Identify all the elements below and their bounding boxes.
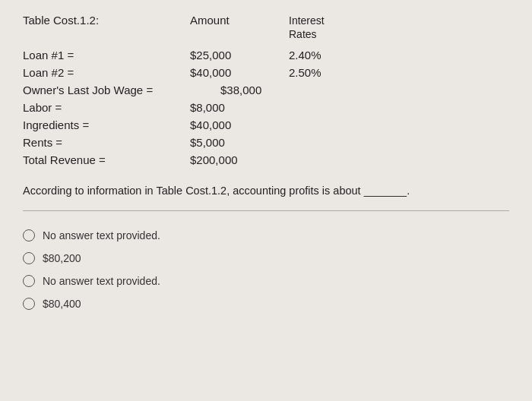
page: Table Cost.1.2: Amount Interest Rates Lo… bbox=[0, 0, 532, 401]
table-row: Total Revenue = $200,000 bbox=[23, 153, 509, 166]
answer-option-2[interactable]: $80,200 bbox=[23, 251, 509, 266]
row-amount: $40,000 bbox=[190, 118, 289, 131]
radio-1[interactable] bbox=[23, 229, 35, 242]
table-row: Owner's Last Job Wage = $38,000 bbox=[23, 84, 509, 96]
radio-2[interactable] bbox=[23, 252, 35, 264]
table-header-row: Table Cost.1.2: Amount Interest Rates bbox=[23, 14, 509, 41]
row-rate: 2.40% bbox=[289, 49, 380, 62]
option-label-2: $80,200 bbox=[43, 252, 81, 264]
amount-header: Amount bbox=[190, 14, 289, 27]
table-section: Table Cost.1.2: Amount Interest Rates Lo… bbox=[23, 14, 509, 171]
table-row: Labor = $8,000 bbox=[23, 101, 509, 114]
answer-option-4[interactable]: $80,400 bbox=[23, 296, 509, 311]
row-amount: $200,000 bbox=[190, 153, 289, 166]
row-amount: $40,000 bbox=[190, 66, 289, 79]
option-label-4: $80,400 bbox=[43, 298, 81, 310]
row-rate: 2.50% bbox=[289, 66, 380, 79]
row-amount: $8,000 bbox=[190, 101, 289, 114]
table-title: Table Cost.1.2: bbox=[23, 14, 190, 27]
answer-option-1[interactable]: No answer text provided. bbox=[23, 228, 509, 243]
row-label: Loan #2 = bbox=[23, 66, 190, 79]
row-amount: $38,000 bbox=[220, 84, 319, 96]
answer-options: No answer text provided. $80,200 No answ… bbox=[23, 223, 509, 311]
radio-4[interactable] bbox=[23, 298, 35, 310]
option-label-3: No answer text provided. bbox=[43, 275, 160, 287]
row-label: Owner's Last Job Wage = bbox=[23, 84, 220, 96]
question-text: According to information in Table Cost.1… bbox=[23, 183, 509, 211]
row-label: Ingredients = bbox=[23, 118, 190, 131]
interest-line2: Rates bbox=[289, 28, 317, 40]
row-label: Total Revenue = bbox=[23, 153, 190, 166]
radio-3[interactable] bbox=[23, 275, 35, 287]
row-amount: $5,000 bbox=[190, 136, 289, 149]
row-label: Rents = bbox=[23, 136, 190, 149]
table-row: Loan #2 = $40,000 2.50% bbox=[23, 66, 509, 79]
row-amount: $25,000 bbox=[190, 49, 289, 62]
table-row: Ingredients = $40,000 bbox=[23, 118, 509, 131]
option-label-1: No answer text provided. bbox=[43, 229, 160, 242]
interest-header: Interest Rates bbox=[289, 14, 380, 41]
table-row: Loan #1 = $25,000 2.40% bbox=[23, 49, 509, 62]
row-label: Loan #1 = bbox=[23, 49, 190, 62]
interest-line1: Interest bbox=[289, 14, 325, 27]
answer-option-3[interactable]: No answer text provided. bbox=[23, 273, 509, 289]
table-row: Rents = $5,000 bbox=[23, 136, 509, 149]
row-label: Labor = bbox=[23, 101, 190, 114]
